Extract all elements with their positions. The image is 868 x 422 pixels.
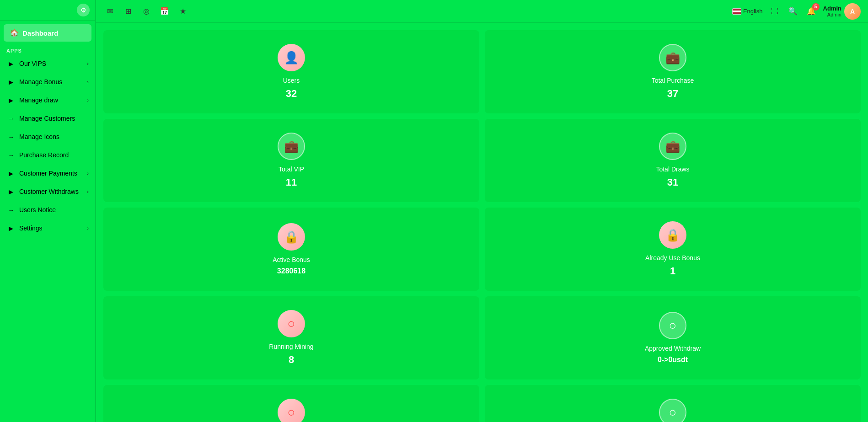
sidebar-header: ⚙	[0, 0, 95, 21]
users-icon: 👤	[278, 44, 305, 71]
notification-icon[interactable]: 🔔 5	[805, 5, 818, 18]
grid-icon[interactable]: ⊞	[122, 5, 134, 18]
dashboard-nav-item[interactable]: 🏠 Dashboard	[4, 24, 91, 42]
admin-label: Admin	[823, 5, 841, 12]
manage-draw-icon: ▶	[6, 96, 16, 105]
total-purchase-icon: 💼	[659, 44, 686, 71]
dashboard-cards-grid: 👤Users32💼Total Purchase37💼Total VIP11💼To…	[103, 30, 861, 422]
sidebar-item-manage-icons[interactable]: →Manage Icons	[0, 128, 95, 146]
total-draws-label: Total Draws	[656, 166, 689, 173]
notification-badge: 5	[812, 3, 820, 11]
sidebar-item-our-vips[interactable]: ▶Our VIPS›	[0, 54, 95, 73]
sidebar-item-manage-draw[interactable]: ▶Manage draw›	[0, 91, 95, 109]
search-icon[interactable]: 🔍	[787, 5, 799, 18]
purchase-record-icon: →	[6, 150, 16, 160]
sidebar-item-purchase-record[interactable]: →Purchase Record	[0, 146, 95, 164]
sidebar-item-customer-payments[interactable]: ▶Customer Payments›	[0, 164, 95, 182]
topbar-icon-group: ✉ ⊞ ◎ 📅 ★	[103, 5, 189, 18]
approved-withdraw-icon: ○	[659, 312, 686, 339]
sidebar: ⚙ 🏠 Dashboard APPS ▶Our VIPS›▶Manage Bon…	[0, 0, 96, 422]
settings-icon: ▶	[6, 224, 16, 233]
our-vips-chevron-icon: ›	[87, 61, 89, 66]
dashboard-label: Dashboard	[22, 29, 58, 37]
manage-customers-label: Manage Customers	[19, 115, 75, 122]
approved-withdraw-value: 0->0usdt	[658, 356, 688, 364]
sidebar-item-manage-customers[interactable]: →Manage Customers	[0, 109, 95, 128]
manage-draw-chevron-icon: ›	[87, 97, 89, 103]
card-total-purchase: 💼Total Purchase37	[485, 30, 861, 113]
topbar: ✉ ⊞ ◎ 📅 ★ English ⛶ 🔍 🔔 5 Admin Admin	[96, 0, 868, 23]
already-use-bonus-label: Already Use Bonus	[645, 254, 700, 262]
card-rejected-withdraw: ○Rejected Withdraw0->0usdt	[485, 385, 861, 422]
main-content-area: ✉ ⊞ ◎ 📅 ★ English ⛶ 🔍 🔔 5 Admin Admin	[96, 0, 868, 422]
total-vip-label: Total VIP	[279, 166, 304, 173]
content-area: 👤Users32💼Total Purchase37💼Total VIP11💼To…	[96, 23, 868, 422]
sidebar-item-users-notice[interactable]: →Users Notice	[0, 201, 95, 219]
manage-customers-icon: →	[6, 114, 16, 123]
manage-icons-label: Manage Icons	[19, 133, 59, 140]
customer-withdraws-chevron-icon: ›	[87, 189, 89, 194]
users-notice-label: Users Notice	[19, 206, 56, 214]
card-approved-withdraw: ○Approved Withdraw0->0usdt	[485, 296, 861, 379]
card-users: 👤Users32	[103, 30, 479, 113]
our-vips-icon: ▶	[6, 59, 16, 68]
manage-icons-icon: →	[6, 132, 16, 141]
sidebar-item-customer-withdraws[interactable]: ▶Customer Withdraws›	[0, 182, 95, 201]
active-bonus-value: 3280618	[277, 267, 305, 275]
settings-label: Settings	[19, 224, 43, 232]
settings-icon[interactable]: ⚙	[77, 4, 90, 16]
total-draws-value: 31	[667, 176, 678, 188]
our-vips-label: Our VIPS	[19, 60, 46, 67]
users-value: 32	[286, 88, 297, 100]
card-total-vip: 💼Total VIP11	[103, 119, 479, 202]
pending-withdraw-icon: ○	[278, 399, 305, 422]
customer-payments-icon: ▶	[6, 169, 16, 178]
running-mining-icon: ○	[278, 310, 305, 337]
manage-bonus-label: Manage Bonus	[19, 78, 62, 85]
total-purchase-label: Total Purchase	[652, 77, 694, 84]
customer-withdraws-label: Customer Withdraws	[19, 188, 79, 195]
sidebar-item-manage-bonus[interactable]: ▶Manage Bonus›	[0, 73, 95, 91]
already-use-bonus-icon: 🔒	[659, 221, 686, 249]
customer-withdraws-icon: ▶	[6, 187, 16, 196]
sidebar-item-settings[interactable]: ▶Settings›	[0, 219, 95, 237]
dashboard-icon: 🏠	[10, 29, 19, 37]
manage-bonus-icon: ▶	[6, 77, 16, 86]
rejected-withdraw-icon: ○	[659, 399, 686, 422]
card-running-mining: ○Running Mining8	[103, 296, 479, 379]
approved-withdraw-label: Approved Withdraw	[645, 345, 701, 352]
purchase-record-label: Purchase Record	[19, 151, 69, 159]
total-purchase-value: 37	[667, 88, 678, 100]
star-icon[interactable]: ★	[177, 5, 189, 18]
customer-payments-label: Customer Payments	[19, 170, 77, 177]
total-vip-icon: 💼	[278, 133, 305, 160]
mail-icon[interactable]: ✉	[103, 5, 116, 18]
card-already-use-bonus: 🔒Already Use Bonus1	[485, 208, 861, 291]
running-mining-label: Running Mining	[269, 343, 313, 350]
card-pending-withdraw: ○Pending Withdraw0->0usdt	[103, 385, 479, 422]
target-icon[interactable]: ◎	[140, 5, 153, 18]
language-selector[interactable]: English	[732, 8, 763, 15]
fullscreen-icon[interactable]: ⛶	[768, 5, 781, 18]
settings-chevron-icon: ›	[87, 225, 89, 231]
users-label: Users	[283, 77, 300, 84]
running-mining-value: 8	[289, 354, 294, 366]
active-bonus-icon: 🔒	[278, 223, 305, 251]
admin-name: Admin	[823, 12, 841, 17]
already-use-bonus-value: 1	[670, 265, 675, 277]
admin-menu[interactable]: Admin Admin A	[823, 3, 861, 20]
apps-section-label: APPS	[0, 45, 95, 54]
total-vip-value: 11	[286, 176, 297, 188]
customer-payments-chevron-icon: ›	[87, 171, 89, 176]
avatar[interactable]: A	[844, 3, 861, 20]
manage-draw-label: Manage draw	[19, 96, 58, 104]
manage-bonus-chevron-icon: ›	[87, 79, 89, 85]
card-active-bonus: 🔒Active Bonus3280618	[103, 208, 479, 291]
language-label: English	[743, 8, 763, 15]
calendar-icon[interactable]: 📅	[158, 5, 171, 18]
topbar-right: English ⛶ 🔍 🔔 5 Admin Admin A	[732, 3, 861, 20]
users-notice-icon: →	[6, 205, 16, 214]
active-bonus-label: Active Bonus	[273, 256, 310, 263]
flag-icon	[732, 8, 741, 15]
card-total-draws: 💼Total Draws31	[485, 119, 861, 202]
